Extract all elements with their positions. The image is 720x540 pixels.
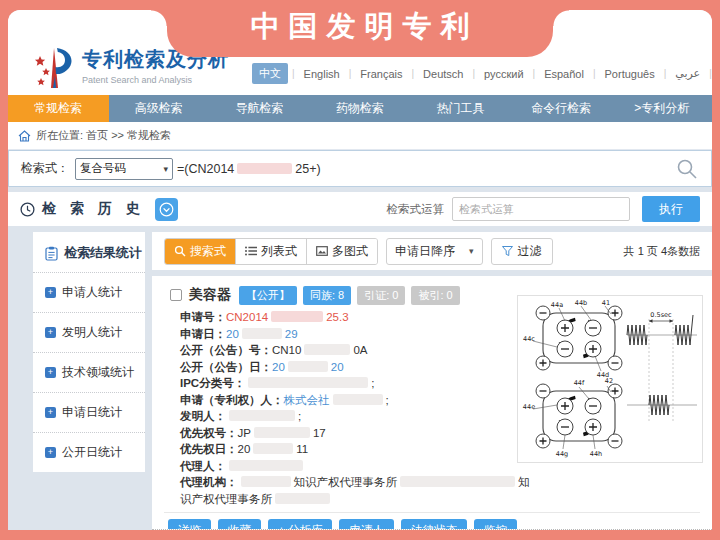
plus-icon: + (45, 367, 56, 378)
field-value: 知识产权代理事务所 (294, 476, 398, 488)
history-expand-button[interactable] (155, 198, 178, 221)
banner-corner-right (553, 10, 569, 26)
filter-button[interactable]: 过滤 (491, 238, 553, 265)
nav-tab-导航检索[interactable]: 导航检索 (209, 95, 310, 122)
language-separator: | (593, 68, 596, 79)
patent-figure-svg: 44a 44b 41 44c 44d 44e 44f 42 44g 44h 0.… (521, 299, 699, 459)
search-type-select[interactable]: 复合号码 ▾ (75, 158, 173, 180)
plus-icon: + (45, 407, 56, 418)
language-item[interactable]: English (299, 66, 345, 82)
search-history-panel: 检 索 历 史 检索式运算 执行 (8, 192, 712, 226)
figure-label: 0.5sec (650, 311, 672, 319)
field-value: 20 (331, 361, 344, 373)
language-separator: | (349, 68, 352, 79)
field-value: ; (371, 377, 374, 389)
field-label: 申请号： (180, 311, 226, 323)
language-item[interactable]: 中文 (252, 63, 288, 84)
status-badge: 引证: 0 (357, 286, 405, 305)
field-value: 25.3 (326, 311, 348, 323)
language-separator: | (533, 68, 536, 79)
view-switcher: 搜索式 列表式 (164, 238, 378, 265)
field-label: 代理机构： (180, 476, 238, 488)
field-row: 公开（公告）号：CN100A (180, 342, 534, 359)
nav-tab-命令行检索[interactable]: 命令行检索 (511, 95, 612, 122)
sidebar-item[interactable]: +申请日统计 (33, 392, 145, 432)
figure-label: 44e (523, 403, 535, 411)
action-button[interactable]: 详览 (168, 519, 211, 530)
language-item[interactable]: Español (539, 66, 589, 82)
sort-dropdown[interactable]: 申请日降序 ▾ (386, 238, 483, 265)
sidebar-item[interactable]: +技术领域统计 (33, 352, 145, 392)
field-label: 公开（公告）日： (180, 361, 272, 373)
field-value: 20 (238, 443, 251, 455)
language-item[interactable]: Deutsch (418, 66, 468, 82)
logo-icon (34, 46, 74, 90)
redacted-text (229, 460, 303, 471)
nav-tab-高级检索[interactable]: 高级检索 (109, 95, 210, 122)
field-value: 20 (226, 328, 239, 340)
view-search-button[interactable]: 搜索式 (165, 239, 235, 264)
field-label: IPC分类号： (180, 377, 245, 389)
history-title: 检 索 历 史 (42, 200, 145, 218)
nav-tab-药物检索[interactable]: 药物检索 (310, 95, 411, 122)
nav-tab-热门工具[interactable]: 热门工具 (410, 95, 511, 122)
sidebar-header: 检索结果统计 (33, 232, 145, 272)
view-multi-button[interactable]: 多图式 (306, 239, 377, 264)
language-separator: | (472, 68, 475, 79)
action-button[interactable]: + 分析库 (268, 519, 332, 530)
language-item[interactable]: русский (479, 66, 528, 82)
action-button[interactable]: 监控 (474, 519, 517, 530)
search-icon[interactable] (675, 157, 699, 181)
sidebar-item[interactable]: +公开日统计 (33, 432, 145, 472)
redacted-text (241, 476, 291, 487)
chevron-down-icon (159, 202, 174, 217)
result-title: 美容器 (189, 286, 231, 304)
plus-icon: + (45, 327, 56, 338)
action-button[interactable]: 收藏 (218, 519, 261, 530)
action-button[interactable]: 申请人 (339, 519, 394, 530)
nav-tab-常规检索[interactable]: 常规检索 (8, 95, 109, 122)
magnifier-icon (174, 245, 186, 257)
nav-tab->专利分析[interactable]: >专利分析 (611, 95, 712, 122)
redacted-text (253, 443, 293, 454)
result-item: 美容器 【公开】同族: 8引证: 0被引: 0 申请号：CN201425.3申请… (152, 276, 712, 530)
field-value: CN2014 (226, 311, 268, 323)
language-item[interactable]: عربي (670, 65, 705, 82)
redacted-text (288, 361, 328, 372)
language-item[interactable]: Français (355, 66, 407, 82)
sidebar-item-label: 申请人统计 (62, 284, 122, 301)
view-search-label: 搜索式 (190, 243, 226, 260)
search-label: 检索式： (21, 160, 69, 177)
home-icon (18, 130, 31, 142)
field-label: 公开（公告）号： (180, 344, 272, 356)
action-button[interactable]: 法律状态 (401, 519, 467, 530)
stats-sidebar: 检索结果统计 +申请人统计+发明人统计+技术领域统计+申请日统计+公开日统计 (33, 232, 145, 472)
main-nav: 常规检索高级检索导航检索药物检索热门工具命令行检索>专利分析 (8, 95, 712, 122)
select-caret-icon: ▾ (163, 164, 168, 174)
execute-button[interactable]: 执行 (642, 196, 700, 222)
figure-label: 44g (556, 450, 568, 458)
patent-drawing[interactable]: 44a 44b 41 44c 44d 44e 44f 42 44g 44h 0.… (517, 295, 703, 463)
redacted-text (229, 410, 295, 421)
figure-label: 42 (605, 377, 613, 385)
sidebar-item[interactable]: +申请人统计 (33, 272, 145, 312)
query-suffix: 25+) (295, 162, 320, 176)
redacted-text (275, 493, 330, 504)
operation-input[interactable] (452, 197, 630, 221)
field-row: 优先权号：JP17 (180, 425, 534, 442)
sidebar-item-label: 发明人统计 (62, 324, 122, 341)
language-item[interactable]: Português (600, 66, 660, 82)
filter-icon (502, 246, 513, 256)
sidebar-item[interactable]: +发明人统计 (33, 312, 145, 352)
field-row: 申请（专利权）人：株式会社; (180, 392, 534, 409)
redacted-text (271, 311, 323, 322)
search-query[interactable]: =(CN2014 25+) (177, 162, 321, 176)
field-value: 20 (272, 361, 285, 373)
view-list-button[interactable]: 列表式 (235, 239, 306, 264)
clipboard-icon (45, 246, 58, 261)
sidebar-item-label: 公开日统计 (62, 444, 122, 461)
result-checkbox[interactable] (170, 289, 182, 301)
breadcrumb: 所在位置: 首页 >> 常规检索 (8, 122, 712, 150)
redacted-text (254, 427, 310, 438)
figure-label: 44c (523, 335, 535, 343)
